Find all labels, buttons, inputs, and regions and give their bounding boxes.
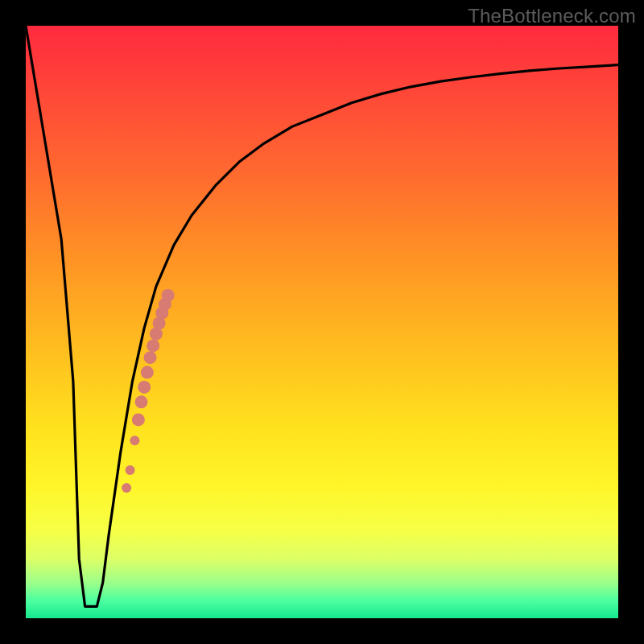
highlight-dot	[126, 465, 135, 475]
plot-area	[26, 26, 618, 618]
highlight-dot	[122, 483, 131, 493]
chart-frame: TheBottleneck.com	[0, 0, 644, 644]
highlight-dot	[147, 339, 159, 352]
highlight-dot	[135, 395, 148, 408]
bottleneck-curve	[26, 26, 618, 606]
watermark-text: TheBottleneck.com	[468, 5, 636, 27]
highlight-dot	[162, 289, 175, 302]
highlight-dot	[141, 366, 154, 379]
highlight-dot	[138, 381, 151, 394]
chart-svg	[26, 26, 618, 618]
curve-group	[26, 26, 618, 606]
highlight-dot	[144, 351, 157, 364]
highlight-dot	[132, 413, 145, 426]
highlight-dot	[130, 436, 139, 445]
